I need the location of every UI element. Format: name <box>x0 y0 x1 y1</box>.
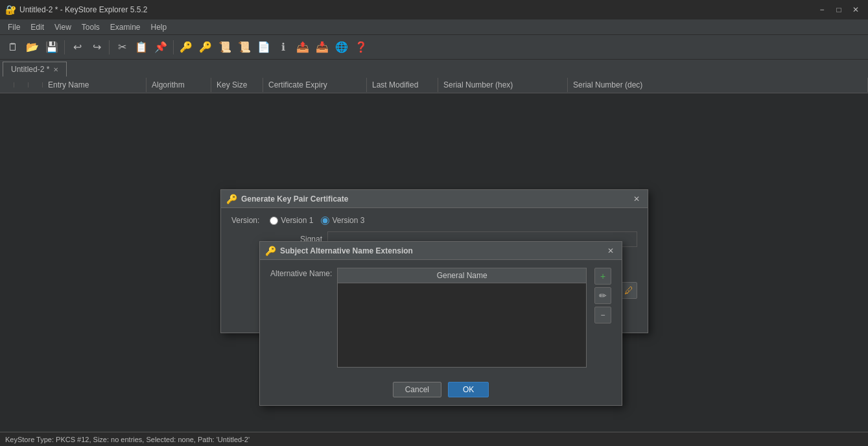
menu-examine[interactable]: Examine <box>105 21 146 33</box>
dialog-san-titlebar: 🔑 Subject Alternative Name Extension ✕ <box>260 242 622 260</box>
gen-icon-btn-2[interactable]: 🖊 <box>620 282 637 299</box>
toolbar-sep-2 <box>109 40 110 54</box>
dialog-gen-title: Generate Key Pair Certificate <box>241 194 627 204</box>
menu-edit[interactable]: Edit <box>25 21 49 33</box>
menu-tools[interactable]: Tools <box>76 21 105 33</box>
status-bar: KeyStore Type: PKCS #12, Size: no entrie… <box>0 432 868 446</box>
dialog-san-close-button[interactable]: ✕ <box>605 245 616 257</box>
csr-button[interactable]: 📄 <box>255 38 273 56</box>
san-body: Alternative Name: General Name + ✏ − <box>270 268 611 368</box>
maximize-button[interactable]: □ <box>832 3 846 17</box>
paste-button[interactable]: 📌 <box>152 38 170 56</box>
undo-button[interactable]: ↩ <box>68 38 86 56</box>
col-header-keysize: Key Size <box>211 78 263 92</box>
dialog-san: 🔑 Subject Alternative Name Extension ✕ A… <box>259 241 622 406</box>
san-btn-col: + ✏ − <box>594 268 611 323</box>
tab-bar: Untitled-2 * ✕ <box>0 60 868 76</box>
dialog-san-btn-row: Cancel OK <box>260 375 622 405</box>
dialog-san-title: Subject Alternative Name Extension <box>280 246 601 255</box>
main-content: 🔑 Generate Key Pair Certificate ✕ Versio… <box>0 93 868 432</box>
col-header-icon3 <box>29 82 43 88</box>
dialog-san-cancel-button[interactable]: Cancel <box>393 382 441 397</box>
close-button[interactable]: ✕ <box>849 3 863 17</box>
dialog-san-content: Alternative Name: General Name + ✏ − <box>260 260 622 375</box>
dialog-gen-titlebar: 🔑 Generate Key Pair Certificate ✕ <box>221 190 648 208</box>
app-icon: 🔐 <box>5 5 16 15</box>
export-button[interactable]: 📤 <box>294 38 312 56</box>
help-button[interactable]: ❓ <box>352 38 370 56</box>
version1-label: Version 1 <box>281 216 313 225</box>
col-header-entry: Entry Name <box>43 78 147 92</box>
cut-button[interactable]: ✂ <box>113 38 131 56</box>
col-header-icon2 <box>14 82 29 88</box>
version1-radio[interactable] <box>270 217 278 225</box>
toolbar: 🗒 📂 💾 ↩ ↪ ✂ 📋 📌 🔑 🔑 📜 📜 📄 ℹ 📤 📥 🌐 ❓ <box>0 35 868 60</box>
keyimport-button[interactable]: 🔑 <box>196 38 215 56</box>
menu-file[interactable]: File <box>3 21 25 33</box>
certgen-button[interactable]: 📜 <box>216 38 234 56</box>
col-header-icon1 <box>0 82 14 88</box>
certsign-button[interactable]: 📜 <box>235 38 253 56</box>
menu-bar: File Edit View Tools Examine Help <box>0 19 868 35</box>
title-bar-left: 🔐 Untitled-2 * - KeyStore Explorer 5.5.2 <box>5 5 147 15</box>
san-table-header: General Name <box>337 268 587 283</box>
title-bar-controls: − □ ✕ <box>815 3 863 17</box>
minimize-button[interactable]: − <box>815 3 829 17</box>
version3-option[interactable]: Version 3 <box>321 216 364 225</box>
tab-close-icon[interactable]: ✕ <box>53 66 58 73</box>
import-button[interactable]: 📥 <box>313 38 331 56</box>
new-button[interactable]: 🗒 <box>4 38 22 56</box>
dialog-gen-close-button[interactable]: ✕ <box>631 193 642 205</box>
alt-name-label: Alternative Name: <box>270 268 332 278</box>
version-row: Version: Version 1 Version 3 <box>231 216 637 225</box>
col-header-lastmod: Last Modified <box>367 78 438 92</box>
tab-label: Untitled-2 * <box>11 65 49 74</box>
version-radio-group: Version 1 Version 3 <box>270 216 364 225</box>
version3-label: Version 3 <box>332 216 364 225</box>
menu-help[interactable]: Help <box>146 21 172 33</box>
dialog-gen-icon: 🔑 <box>226 194 237 204</box>
save-button[interactable]: 💾 <box>43 38 61 56</box>
san-remove-button[interactable]: − <box>594 307 611 323</box>
col-header-algo: Algorithm <box>147 78 211 92</box>
title-bar: 🔐 Untitled-2 * - KeyStore Explorer 5.5.2… <box>0 0 868 19</box>
menu-view[interactable]: View <box>49 21 76 33</box>
redo-button[interactable]: ↪ <box>88 38 106 56</box>
col-header-certexp: Certificate Expiry <box>263 78 367 92</box>
san-edit-button[interactable]: ✏ <box>594 287 611 304</box>
toolbar-sep-3 <box>173 40 174 54</box>
dialog-san-ok-button[interactable]: OK <box>448 382 489 397</box>
title-bar-title: Untitled-2 * - KeyStore Explorer 5.5.2 <box>19 5 147 14</box>
browse-button[interactable]: 🌐 <box>333 38 351 56</box>
col-header-serial-dec: Serial Number (dec) <box>568 78 868 92</box>
version3-radio[interactable] <box>321 217 329 225</box>
version-label: Version: <box>231 216 259 225</box>
san-table-body <box>337 283 587 368</box>
keygen-button[interactable]: 🔑 <box>177 38 195 56</box>
open-button[interactable]: 📂 <box>23 38 41 56</box>
col-header-serial-hex: Serial Number (hex) <box>438 78 568 92</box>
status-text: KeyStore Type: PKCS #12, Size: no entrie… <box>5 436 250 443</box>
dialog-san-icon: 🔑 <box>265 246 276 256</box>
san-add-button[interactable]: + <box>594 268 611 285</box>
tab-untitled2[interactable]: Untitled-2 * ✕ <box>3 62 67 76</box>
info-button[interactable]: ℹ <box>274 38 292 56</box>
version1-option[interactable]: Version 1 <box>270 216 313 225</box>
san-table-wrap: General Name <box>337 268 587 368</box>
column-headers: Entry Name Algorithm Key Size Certificat… <box>0 76 868 93</box>
toolbar-sep-1 <box>64 40 65 54</box>
copy-button[interactable]: 📋 <box>132 38 150 56</box>
